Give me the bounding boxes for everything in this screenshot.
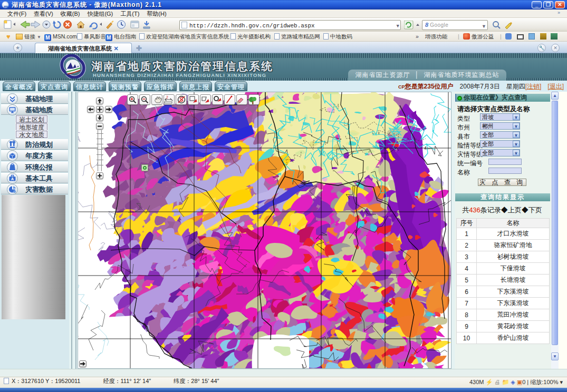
svg-text:A: A	[11, 177, 14, 181]
svg-text:2: 2	[166, 95, 168, 99]
